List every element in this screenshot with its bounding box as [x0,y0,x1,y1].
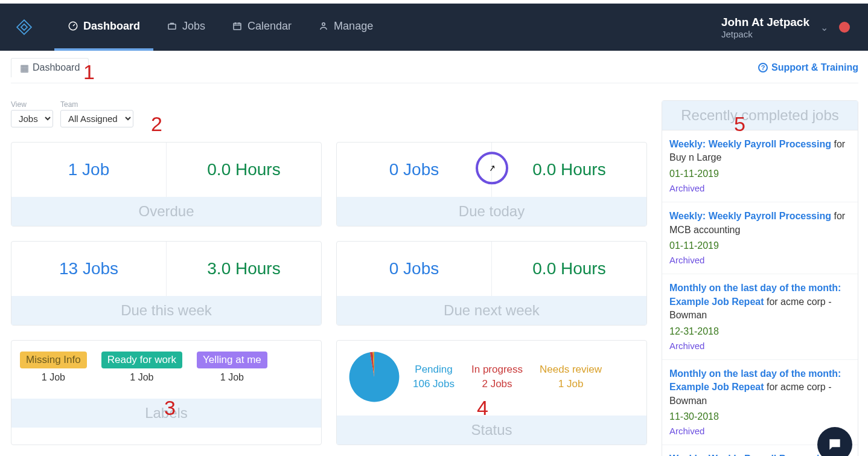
recent-job-title: Weekly: Weekly Payroll Processing [669,139,831,149]
stat-due-today[interactable]: 0 Jobs 0.0 Hours Due today [336,142,647,226]
team-filter-label: Team [60,100,133,109]
notification-icon[interactable] [839,22,850,33]
labels-card: Missing Info1 JobReady for work1 JobYell… [11,340,322,445]
recent-job-date: 01-11-2019 [669,167,850,181]
nav-tab-dashboard[interactable]: Dashboard [54,4,153,51]
stat-jobs: 13 Jobs [11,242,166,296]
view-filter-select[interactable]: Jobs [11,110,53,127]
status-label: In progress [471,364,523,376]
status-count: 2 Jobs [471,378,523,390]
recent-job-date: 12-31-2018 [669,325,850,338]
nav-tab-label: Jobs [182,20,205,33]
recent-job-status: Archived [669,339,850,352]
recent-job-date: 11-30-2018 [669,410,850,423]
svg-point-3 [322,23,325,26]
stat-foot: Due this week [11,296,321,325]
stat-hours: 0.0 Hours [492,242,646,296]
cursor-highlight-icon [476,152,508,184]
app-logo[interactable] [0,4,48,51]
stat-due-next-week[interactable]: 0 Jobs 0.0 Hours Due next week [336,241,647,326]
label-count: 1 Job [197,372,267,383]
stat-due-this-week[interactable]: 13 Jobs 3.0 Hours Due this week [11,241,322,326]
recent-job-status: Archived [669,182,850,194]
user-company: Jetpack [721,29,809,39]
recent-job-item[interactable]: Weekly: Weekly Payroll Processing for MC… [662,202,858,274]
stat-jobs: 1 Job [11,143,166,197]
nav-tab-label: Manage [334,20,373,33]
user-name: John At Jetpack [721,16,809,29]
stat-jobs: 0 Jobs [337,143,491,197]
status-pie-chart [346,349,402,405]
status-label: Needs review [540,364,602,376]
briefcase-icon [167,21,177,31]
status-item[interactable]: In progress2 Jobs [471,364,523,390]
stat-foot: Due today [337,197,646,226]
grid-icon: ▦ [20,62,29,74]
recent-job-title: Weekly: Weekly Payroll Processing [669,211,831,221]
label-tag: Missing Info [20,352,87,368]
support-link[interactable]: ? Support & Training [758,62,858,73]
stat-hours: 0.0 Hours [167,143,321,197]
stat-hours: 0.0 Hours [492,143,646,197]
stat-hours: 3.0 Hours [167,242,321,296]
recent-job-item[interactable]: Weekly: Weekly Payroll Processing for Bu… [662,130,858,202]
gauge-icon [68,21,78,31]
label-tag: Ready for work [101,352,182,368]
calendar-icon [232,21,243,31]
question-icon: ? [758,63,768,72]
stat-foot: Due next week [337,296,646,325]
page-tab-dashboard[interactable]: ▦ Dashboard [11,58,89,77]
team-filter-select[interactable]: All Assigned [60,110,133,127]
status-item[interactable]: Needs review1 Job [540,364,602,390]
stat-jobs: 0 Jobs [337,242,491,296]
nav-tab-label: Dashboard [83,20,140,33]
page-tab-label: Dashboard [33,62,80,73]
status-count: 1 Job [540,378,602,390]
recent-jobs-title: Recently completed jobs [662,101,858,130]
chevron-down-icon[interactable]: ⌄ [820,22,828,33]
view-filter-label: View [11,100,53,109]
nav-tab-label: Calendar [247,20,292,33]
label-item[interactable]: Missing Info1 Job [20,352,87,383]
status-item[interactable]: Pending106 Jobs [413,364,455,390]
top-navbar: Dashboard Jobs Calendar Manage John At J… [0,4,868,51]
nav-tab-jobs[interactable]: Jobs [153,4,219,51]
label-count: 1 Job [101,372,182,383]
recent-job-date: 01-11-2019 [669,239,850,252]
status-card: Pending106 JobsIn progress2 JobsNeeds re… [336,340,647,445]
svg-rect-1 [168,24,176,29]
label-item[interactable]: Yelling at me1 Job [197,352,267,383]
svg-rect-2 [234,24,241,30]
label-count: 1 Job [20,372,87,383]
recent-job-status: Archived [669,254,850,266]
status-label: Pending [413,364,455,376]
nav-tab-calendar[interactable]: Calendar [219,4,305,51]
label-item[interactable]: Ready for work1 Job [101,352,182,383]
support-label: Support & Training [771,62,858,73]
label-tag: Yelling at me [197,352,267,368]
recent-job-title: Weekly: Weekly Payroll Processing [669,454,831,456]
status-count: 106 Jobs [413,378,455,390]
user-icon [318,21,329,31]
nav-tab-manage[interactable]: Manage [305,4,386,51]
labels-foot: Labels [11,399,321,428]
stat-foot: Overdue [11,197,321,226]
status-foot: Status [337,416,646,445]
recent-job-item[interactable]: Monthly on the last day of the month: Ex… [662,274,858,360]
stat-overdue[interactable]: 1 Job 0.0 Hours Overdue [11,142,322,226]
recent-jobs-card: Recently completed jobs Weekly: Weekly P… [662,100,858,456]
user-menu[interactable]: John At Jetpack Jetpack [721,16,809,39]
